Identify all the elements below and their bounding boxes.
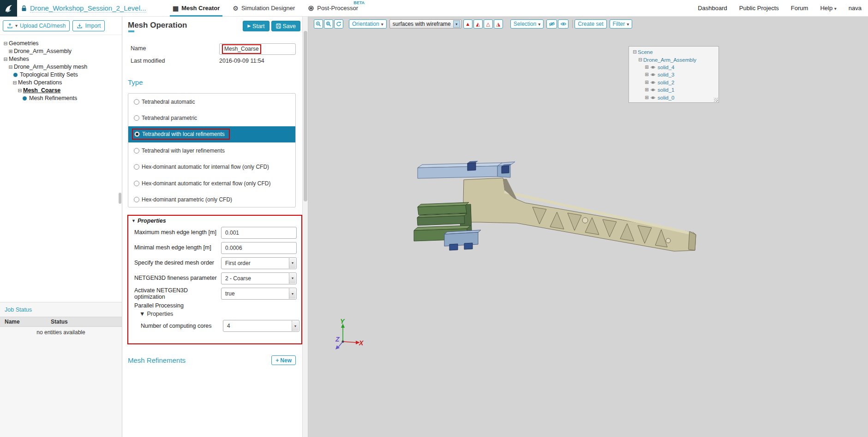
eye-icon[interactable] — [650, 96, 656, 100]
mesh-quality-button-4[interactable]: ◮ — [494, 19, 503, 29]
solid-label[interactable]: solid_0 — [658, 95, 674, 100]
tree-label[interactable]: Geometries — [9, 40, 39, 47]
type-option-hex-external-flow[interactable]: Hex-dominant automatic for external flow… — [128, 175, 295, 191]
dropdown-arrow-icon[interactable]: ▾ — [292, 321, 299, 331]
hide-selection-button[interactable] — [546, 19, 557, 29]
collapse-icon[interactable]: ⊟ — [17, 88, 23, 93]
radio-icon[interactable] — [134, 148, 139, 154]
eye-icon[interactable] — [650, 73, 656, 77]
zoom-window-button[interactable] — [324, 19, 333, 29]
scene-solid-row[interactable]: ⊞ solid_4 — [644, 64, 716, 71]
max-edge-length-input[interactable]: 0.001 — [221, 227, 297, 239]
eye-icon[interactable] — [650, 65, 656, 69]
scene-assembly-row[interactable]: ⊟ Drone_Arm_Assembly — [637, 56, 716, 63]
filter-button[interactable]: Filter ▾ — [610, 19, 633, 29]
panel-scrollbar-thumb[interactable] — [304, 31, 307, 201]
expand-icon[interactable]: ⊞ — [7, 49, 14, 54]
zoom-in-button[interactable] — [314, 19, 323, 29]
scene-solid-row[interactable]: ⊞ solid_0 — [644, 94, 716, 101]
tree-item-mesh-refinements[interactable]: Mesh Refinements — [22, 94, 122, 102]
cores-select[interactable]: 4 ▾ — [223, 320, 299, 332]
nav-dashboard[interactable]: Dashboard — [698, 5, 727, 12]
reset-view-button[interactable] — [334, 19, 343, 29]
expand-icon[interactable]: ⊞ — [644, 80, 650, 85]
app-logo[interactable] — [0, 0, 17, 17]
radio-icon[interactable] — [134, 181, 139, 186]
show-all-button[interactable] — [558, 19, 569, 29]
name-input[interactable]: Mesh_Coarse — [219, 43, 296, 55]
radio-icon[interactable] — [134, 197, 139, 202]
type-option-tetrahedral-local-refinements[interactable]: Tetrahedral with local refinements — [128, 126, 295, 142]
min-edge-length-input[interactable]: 0.0006 — [221, 242, 297, 254]
save-button[interactable]: Save — [271, 21, 301, 31]
solid-label[interactable]: solid_3 — [658, 72, 674, 77]
mesh-quality-button-2[interactable]: ◭ — [473, 19, 483, 29]
tree-item-geometries[interactable]: ⊟ Geometries — [2, 40, 122, 47]
tree-item-drone-arm-assembly[interactable]: ⊞ Drone_Arm_Assembly — [7, 47, 122, 55]
sub-properties-header[interactable]: ▼ Properties — [128, 310, 301, 318]
fineness-select[interactable]: 2 - Coarse ▾ — [221, 272, 297, 284]
eye-icon[interactable] — [650, 88, 656, 92]
start-button[interactable]: ▶ Start — [243, 21, 269, 31]
nav-help-menu[interactable]: Help ▾ — [820, 5, 836, 12]
nav-public-projects[interactable]: Public Projects — [739, 5, 779, 12]
mesh-order-select[interactable]: First order ▾ — [221, 257, 297, 269]
orientation-button[interactable]: Orientation ▾ — [349, 19, 387, 29]
tree-label[interactable]: Drone_Arm_Assembly — [14, 48, 72, 54]
tree-label[interactable]: Mesh Operations — [18, 79, 62, 86]
nav-user[interactable]: nava — [849, 5, 862, 12]
mesh-quality-button-1[interactable]: ▲ — [463, 19, 473, 29]
tree-label[interactable]: Drone_Arm_Assembly mesh — [14, 64, 87, 70]
type-option-tetrahedral-automatic[interactable]: Tetrahedral automatic — [128, 94, 295, 110]
collapse-icon[interactable]: ⊟ — [7, 65, 14, 70]
solid-label[interactable]: solid_4 — [658, 65, 674, 70]
render-mode-select[interactable]: surfaces with wireframe ▾ — [389, 19, 461, 29]
tree-label-selected[interactable]: Mesh_Coarse — [23, 87, 60, 94]
nav-forum[interactable]: Forum — [791, 5, 808, 12]
resize-handle[interactable] — [714, 98, 718, 102]
upload-cad-mesh-button[interactable]: ▾ Upload CAD/mesh — [3, 20, 70, 31]
collapse-icon[interactable]: ⊟ — [2, 57, 9, 62]
project-title[interactable]: Drone_Workshop_Session_2_Level... — [30, 4, 146, 12]
radio-icon[interactable] — [134, 99, 139, 105]
dropdown-arrow-icon[interactable]: ▾ — [289, 289, 296, 299]
collapse-icon[interactable]: ⊟ — [12, 80, 18, 85]
type-option-hex-internal-flow[interactable]: Hex-dominant automatic for internal flow… — [128, 159, 295, 175]
dropdown-arrow-icon[interactable]: ▾ — [289, 258, 296, 268]
project-title-area[interactable]: Drone_Workshop_Session_2_Level... — [21, 4, 156, 12]
type-option-hex-parametric[interactable]: Hex-dominant parametric (only CFD) — [128, 191, 295, 207]
scene-solid-row[interactable]: ⊞ solid_3 — [644, 71, 716, 78]
type-option-tetrahedral-layer-refinements[interactable]: Tetrahedral with layer refinements — [128, 142, 295, 159]
expand-icon[interactable]: ⊞ — [644, 88, 650, 92]
collapse-icon[interactable]: ⊟ — [632, 50, 638, 54]
expand-icon[interactable]: ⊞ — [644, 65, 650, 70]
tree-label[interactable]: Topological Entity Sets — [20, 71, 78, 78]
scene-root-label[interactable]: Scene — [638, 49, 653, 55]
radio-checked-icon[interactable] — [134, 131, 140, 137]
tree-item-topological-entity-sets[interactable]: Topological Entity Sets — [12, 71, 122, 78]
panel-scrollbar[interactable] — [302, 17, 308, 437]
solid-label[interactable]: solid_1 — [658, 87, 674, 93]
tree-label[interactable]: Mesh Refinements — [29, 95, 77, 101]
scene-tree-panel[interactable]: ⊟ Scene ⊟ Drone_Arm_Assembly ⊞ solid_4 ⊞… — [629, 46, 719, 103]
properties-header[interactable]: ▼ Properties — [128, 217, 301, 225]
optimization-select[interactable]: true ▾ — [221, 288, 297, 300]
model-canvas[interactable]: Y X Z — [308, 17, 868, 437]
sidebar-scrollbar-thumb[interactable] — [119, 193, 121, 204]
viewport-3d[interactable]: Y X Z — [308, 17, 868, 437]
selection-button[interactable]: Selection ▾ — [510, 19, 544, 29]
type-option-tetrahedral-parametric[interactable]: Tetrahedral parametric — [128, 110, 295, 126]
dropdown-arrow-icon[interactable]: ▾ — [453, 20, 460, 28]
expand-icon[interactable]: ⊞ — [644, 95, 650, 100]
collapse-icon[interactable]: ⊟ — [637, 58, 643, 62]
scene-assembly-label[interactable]: Drone_Arm_Assembly — [643, 57, 696, 63]
new-refinement-button[interactable]: + New — [271, 355, 296, 365]
collapse-icon[interactable]: ⊟ — [2, 41, 9, 46]
dropdown-arrow-icon[interactable]: ▾ — [289, 273, 296, 283]
tab-mesh-creator[interactable]: ▦ Mesh Creator — [173, 0, 220, 17]
tree-label[interactable]: Meshes — [9, 56, 29, 62]
radio-icon[interactable] — [134, 164, 139, 170]
solid-label[interactable]: solid_2 — [658, 80, 674, 85]
tree-item-drone-arm-assembly-mesh[interactable]: ⊟ Drone_Arm_Assembly mesh — [7, 63, 122, 71]
tree-item-meshes[interactable]: ⊟ Meshes — [2, 55, 122, 63]
